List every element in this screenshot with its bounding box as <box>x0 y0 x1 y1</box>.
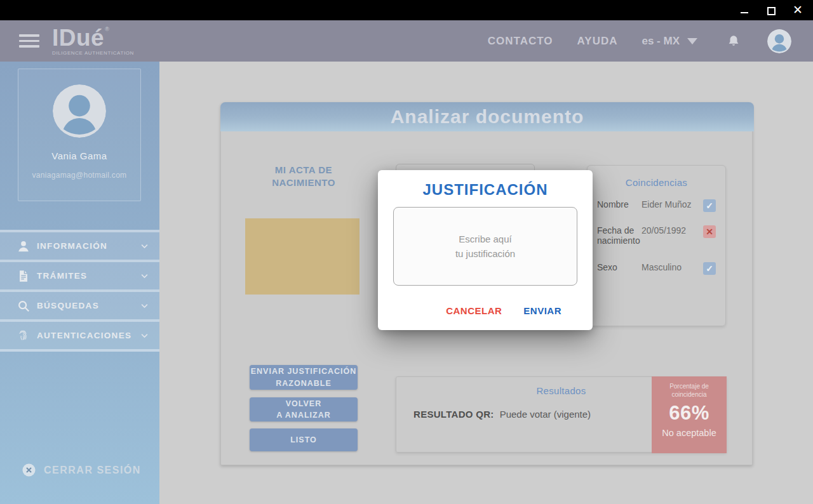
submit-button[interactable]: ENVIAR <box>523 305 561 316</box>
search-icon <box>17 299 30 313</box>
table-row: Nombre Eider Muñoz ✓ <box>597 199 716 212</box>
sidebar-item-label: BÚSQUEDAS <box>37 301 99 310</box>
table-row: Sexo Masculino ✓ <box>597 262 716 275</box>
qr-result-row: RESULTADO QR: Puede votar (vigente) <box>413 409 591 420</box>
row-value: 20/05/1992 <box>640 225 703 235</box>
user-email: vaniagamag@hotmail.com <box>18 171 140 180</box>
brand-subtitle: DILIGENCE AUTHENTICATION <box>52 51 134 56</box>
brand-logo: IDué ® DILIGENCE AUTHENTICATION <box>52 26 134 56</box>
sidebar-item-autenticaciones[interactable]: AUTENTICACIONES <box>0 322 159 349</box>
check-icon[interactable]: ✓ <box>703 199 716 212</box>
match-percentage-label: Porcentaje de coincidencia <box>669 382 709 399</box>
page-title: Analizar documento <box>391 106 584 128</box>
user-avatar-icon[interactable] <box>767 29 791 53</box>
bell-icon[interactable] <box>727 34 741 49</box>
brand-name: IDué <box>52 26 104 50</box>
coincidencias-panel: Coincidencias Nombre Eider Muñoz ✓ Fecha… <box>587 165 726 326</box>
language-selector[interactable]: es - MX <box>642 35 697 48</box>
sidebar-item-label: TRÁMITES <box>37 271 87 281</box>
sidebar-item-informacion[interactable]: INFORMACIÓN <box>0 232 159 260</box>
row-value: Masculino <box>640 262 703 272</box>
row-value: Eider Muñoz <box>640 199 703 209</box>
cancel-button[interactable]: CANCELAR <box>446 305 502 316</box>
close-icon[interactable]: ✕ <box>793 5 803 15</box>
row-label: Sexo <box>597 262 640 272</box>
sidebar-item-busquedas[interactable]: BÚSQUEDAS <box>0 292 159 319</box>
sidebar-item-label: AUTENTICACIONES <box>37 331 131 340</box>
coincidencias-title: Coincidencias <box>597 177 716 188</box>
match-percentage-value: 66% <box>669 402 709 425</box>
avatar <box>53 84 106 138</box>
hamburger-icon[interactable] <box>19 34 39 48</box>
check-icon[interactable]: ✓ <box>703 262 716 275</box>
send-justification-button[interactable]: ENVIAR JUSTIFICACIÓN RAZONABLE <box>250 365 358 390</box>
logout-label: CERRAR SESIÓN <box>44 465 141 476</box>
justification-modal: JUSTIFICACIÓN Escribe aquí tu justificac… <box>378 170 593 330</box>
match-status-badge: No aceptable <box>662 428 716 438</box>
window-titlebar: ✕ <box>0 0 813 20</box>
cross-icon[interactable]: ✕ <box>703 225 716 238</box>
modal-actions: CANCELAR ENVIAR <box>378 305 593 316</box>
done-button[interactable]: LISTO <box>250 428 358 451</box>
chevron-down-icon <box>140 301 149 310</box>
chevron-down-icon <box>140 241 149 251</box>
qr-result-value: Puede votar (vigente) <box>500 409 591 420</box>
sidebar-menu: INFORMACIÓN TRÁMITES <box>0 230 159 352</box>
sidebar-item-label: INFORMACIÓN <box>37 241 107 251</box>
language-value: es - MX <box>642 35 680 48</box>
chevron-down-icon <box>687 38 697 44</box>
justification-textarea[interactable]: Escribe aquí tu justificación <box>393 207 577 286</box>
chevron-down-icon <box>140 331 149 340</box>
modal-title: JUSTIFICACIÓN <box>378 181 593 199</box>
textarea-placeholder: Escribe aquí tu justificación <box>455 232 515 262</box>
row-label: Nombre <box>597 199 640 209</box>
nav-contacto[interactable]: CONTACTO <box>488 35 553 48</box>
fingerprint-icon <box>17 329 30 343</box>
nav-ayuda[interactable]: AYUDA <box>577 35 618 48</box>
table-row: Fecha de nacimiento 20/05/1992 ✕ <box>597 225 716 246</box>
menu-divider <box>0 349 159 352</box>
document-preview[interactable] <box>245 218 359 295</box>
close-circle-icon <box>22 463 36 477</box>
sidebar: Vania Gama vaniagamag@hotmail.com INFORM… <box>0 62 159 504</box>
sidebar-item-tramites[interactable]: TRÁMITES <box>0 262 159 289</box>
user-name: Vania Gama <box>18 150 140 161</box>
registered-mark: ® <box>105 27 109 32</box>
profile-card: Vania Gama vaniagamag@hotmail.com <box>18 69 141 201</box>
match-percentage-box: Porcentaje de coincidencia 66% No acepta… <box>652 376 727 453</box>
row-label: Fecha de nacimiento <box>597 225 640 246</box>
maximize-icon[interactable] <box>766 5 776 15</box>
app-header: IDué ® DILIGENCE AUTHENTICATION CONTACTO… <box>0 20 813 62</box>
card-header: Analizar documento <box>220 102 754 131</box>
document-label: MI ACTA DE NACIMIENTO <box>246 164 361 190</box>
logout-button[interactable]: CERRAR SESIÓN <box>22 463 141 477</box>
reanalyze-button[interactable]: VOLVER A ANALIZAR <box>250 397 358 421</box>
person-icon <box>17 239 30 253</box>
document-icon <box>17 269 30 283</box>
minimize-icon[interactable] <box>739 5 749 15</box>
resultados-panel: Resultados RESULTADO QR: Puede votar (vi… <box>396 376 727 453</box>
qr-result-label: RESULTADO QR: <box>413 409 494 420</box>
chevron-down-icon <box>140 271 149 281</box>
